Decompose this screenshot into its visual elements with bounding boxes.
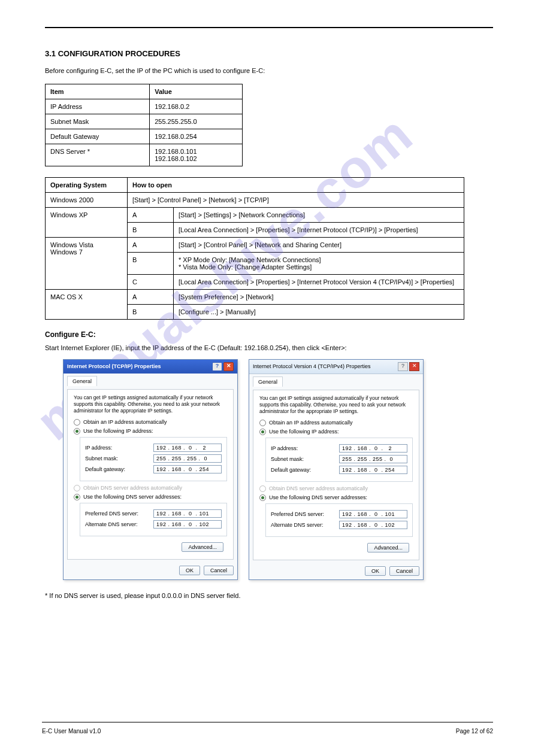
ok-button[interactable]: OK	[179, 566, 200, 575]
radio-label: Obtain an IP address automatically	[269, 420, 352, 426]
ip-config-table: Item Value IP Address192.168.0.2 Subnet …	[45, 84, 243, 166]
section-intro: Before configuring E-C, set the IP of th…	[45, 66, 493, 75]
pdns-label: Preferred DNS server:	[85, 511, 138, 517]
table-row: Subnet Mask255.255.255.0	[46, 114, 243, 129]
radio-icon	[74, 419, 80, 426]
adns-input[interactable]: 192 . 168 . 0 . 102	[153, 520, 222, 529]
t2-mac-os: MAC OS X	[46, 290, 128, 320]
table-row: IP Address192.168.0.2	[46, 99, 243, 114]
t1-r2c0: Default Gateway	[46, 129, 150, 144]
radio-use-ip[interactable]: Use the following IP address:	[74, 428, 227, 435]
radio-icon	[259, 429, 266, 435]
radio-icon	[259, 485, 266, 492]
ip-input[interactable]: 192 . 168 . 0 . 2	[339, 444, 407, 453]
radio-icon	[74, 485, 80, 491]
radio-label: Use the following IP address:	[269, 429, 338, 435]
tab-general[interactable]: General	[253, 377, 283, 387]
ip-group: IP address:192 . 168 . 0 . 2 Subnet mask…	[265, 438, 413, 482]
pdns-label: Preferred DNS server:	[271, 511, 324, 517]
footer-right: Page 12 of 62	[456, 728, 493, 734]
tcpip-dialog-vista: Internet Protocol Version 4 (TCP/IPv4) P…	[249, 359, 424, 580]
radio-label: Use the following DNS server addresses:	[83, 494, 182, 500]
radio-icon	[74, 494, 80, 500]
table-row: Default Gateway192.168.0.254	[46, 129, 243, 144]
radio-icon	[74, 428, 80, 435]
tcpip-dialog-xp: Internet Protocol (TCP/IP) Properties ? …	[63, 359, 238, 580]
close-icon[interactable]: ✕	[223, 362, 234, 371]
help-icon[interactable]: ?	[212, 362, 222, 371]
dialog-body: You can get IP settings assigned automat…	[253, 390, 419, 560]
t2-mac-a-step: A	[128, 290, 174, 305]
adns-label: Alternate DNS server:	[85, 521, 138, 527]
footnote: * If no DNS server is used, please input…	[45, 591, 493, 601]
mask-label: Subnet mask:	[85, 456, 118, 462]
t2-vista-a-text: [Start] > [Control Panel] > [Network and…	[174, 238, 464, 253]
adns-label: Alternate DNS server:	[271, 522, 324, 528]
ok-button[interactable]: OK	[365, 566, 386, 576]
table-row: Windows XP A [Start] > [Settings] > [Net…	[46, 208, 464, 223]
radio-use-ip[interactable]: Use the following IP address:	[259, 429, 413, 435]
footer: E-C User Manual v1.0 Page 12 of 62	[42, 728, 493, 734]
t2-h0: Operating System	[46, 178, 128, 193]
t2-vista-c-step: C	[128, 275, 174, 290]
t2-r0-os: Windows 2000	[46, 193, 128, 208]
advanced-button[interactable]: Advanced...	[367, 543, 409, 552]
subsection-title: Configure E-C:	[45, 330, 493, 339]
t1-r0c0: IP Address	[46, 99, 150, 114]
table-row: MAC OS X A [System Preference] > [Networ…	[46, 290, 464, 305]
radio-obtain-ip[interactable]: Obtain an IP address automatically	[74, 419, 227, 426]
pdns-input[interactable]: 192 . 168 . 0 . 101	[153, 509, 222, 518]
pdns-input[interactable]: 192 . 168 . 0 . 101	[339, 510, 407, 518]
t2-xp-os: Windows XP	[46, 208, 128, 238]
close-icon[interactable]: ✕	[409, 362, 419, 371]
mask-label: Subnet mask:	[271, 456, 304, 462]
t2-xp-b-step: B	[128, 223, 174, 238]
radio-use-dns[interactable]: Use the following DNS server addresses:	[74, 494, 227, 500]
t2-mac-b-step: B	[128, 305, 174, 320]
ip-label: IP address:	[271, 445, 298, 451]
advanced-button[interactable]: Advanced...	[182, 542, 223, 552]
adns-input[interactable]: 192 . 168 . 0 . 102	[339, 521, 407, 529]
t1-r0c1: 192.168.0.2	[150, 99, 243, 114]
t2-vista-b-text: * XP Mode Only: [Manage Network Connecti…	[174, 253, 464, 275]
t2-vista-os: Windows Vista Windows 7	[46, 238, 128, 290]
dialog-msg: You can get IP settings assigned automat…	[259, 395, 413, 415]
radio-icon	[259, 494, 266, 501]
t2-h1: How to open	[128, 178, 464, 193]
dns-group: Preferred DNS server:192 . 168 . 0 . 101…	[265, 503, 413, 537]
ip-input[interactable]: 192 . 168 . 0 . 2	[153, 444, 222, 452]
gw-input[interactable]: 192 . 168 . 0 . 254	[339, 466, 407, 474]
tab-general[interactable]: General	[67, 376, 97, 386]
t2-xp-a-step: A	[128, 208, 174, 223]
t2-xp-a-text: [Start] > [Settings] > [Network Connecti…	[174, 208, 464, 223]
mask-input[interactable]: 255 . 255 . 255 . 0	[339, 455, 407, 463]
ip-label: IP address:	[85, 445, 112, 451]
t2-vista-b-step: B	[128, 253, 174, 275]
ip-group: IP address:192 . 168 . 0 . 2 Subnet mask…	[80, 437, 227, 481]
dialog-body: You can get IP settings assigned automat…	[67, 389, 234, 560]
help-icon[interactable]: ?	[398, 362, 408, 371]
cancel-button[interactable]: Cancel	[389, 566, 419, 576]
dialog-row: Internet Protocol (TCP/IP) Properties ? …	[63, 359, 493, 580]
radio-use-dns[interactable]: Use the following DNS server addresses:	[259, 494, 413, 501]
top-rule	[45, 27, 493, 28]
radio-obtain-dns: Obtain DNS server address automatically	[74, 485, 227, 491]
t1-r2c1: 192.168.0.254	[150, 129, 243, 144]
t1-r1c1: 255.255.255.0	[150, 114, 243, 129]
dialog-title: Internet Protocol (TCP/IP) Properties	[67, 363, 161, 369]
cancel-button[interactable]: Cancel	[204, 566, 234, 575]
bottom-rule	[42, 722, 493, 722]
titlebar: Internet Protocol (TCP/IP) Properties ? …	[64, 360, 237, 374]
table1-hdr-value: Value	[150, 84, 243, 99]
dialog-title: Internet Protocol Version 4 (TCP/IPv4) P…	[253, 363, 371, 369]
t1-r1c0: Subnet Mask	[46, 114, 150, 129]
titlebar: Internet Protocol Version 4 (TCP/IPv4) P…	[249, 360, 423, 374]
radio-obtain-ip[interactable]: Obtain an IP address automatically	[259, 420, 413, 426]
gw-input[interactable]: 192 . 168 . 0 . 254	[153, 465, 222, 473]
mask-input[interactable]: 255 . 255 . 255 . 0	[153, 454, 222, 463]
dns-group: Preferred DNS server:192 . 168 . 0 . 101…	[80, 503, 227, 536]
radio-label: Use the following IP address:	[83, 428, 153, 434]
radio-label: Use the following DNS server addresses:	[269, 494, 367, 500]
t2-mac-a-text: [System Preference] > [Network]	[174, 290, 464, 305]
radio-icon	[259, 420, 266, 426]
